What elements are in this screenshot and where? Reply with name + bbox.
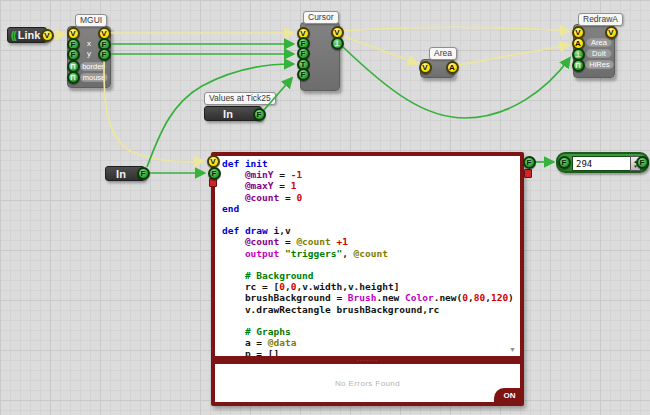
wire-cursor-to-redraw-doit [343, 47, 569, 118]
wire-cursor-to-redraw-v [344, 27, 568, 31]
wire-area-to-redraw-a [458, 45, 568, 65]
cursor-in-f3[interactable]: F [297, 68, 310, 81]
mgui-in-y[interactable]: F [67, 48, 80, 61]
ruby-in-v[interactable]: V [207, 155, 220, 168]
wire-tick25-to-cursor-f [264, 79, 291, 110]
redraw-out-v[interactable]: V [605, 26, 618, 39]
link-out-v[interactable]: V [41, 29, 54, 42]
redraw-in-hires[interactable]: Π [572, 59, 585, 72]
in-left-out-f[interactable]: F [137, 167, 150, 180]
ruby-in-f[interactable]: F [208, 167, 221, 180]
wire-link-to-mgui [54, 34, 64, 35]
wire-cursor-to-area-v [343, 36, 416, 63]
cursor-out-trigger[interactable]: ⊥ [331, 37, 344, 50]
wire-in-to-cursor-t [147, 64, 292, 167]
mgui-out-y[interactable]: F [98, 48, 111, 61]
mgui-mouse[interactable]: Π [67, 71, 80, 84]
wire-mgui-to-ruby-v [104, 39, 202, 162]
float-in-f[interactable]: F [558, 156, 571, 169]
flowstone-schematic-canvas[interactable]: MGUI x y border mouse Cursor Area Redraw… [0, 0, 650, 415]
tick25-out-f[interactable]: F [253, 108, 266, 121]
ruby-icon [524, 169, 532, 178]
area-in-v[interactable]: V [419, 61, 432, 74]
wire-layer [0, 0, 650, 415]
float-out-f[interactable]: F [636, 156, 649, 169]
ruby-out-f[interactable]: F [523, 156, 536, 169]
area-out-a[interactable]: A [446, 61, 459, 74]
